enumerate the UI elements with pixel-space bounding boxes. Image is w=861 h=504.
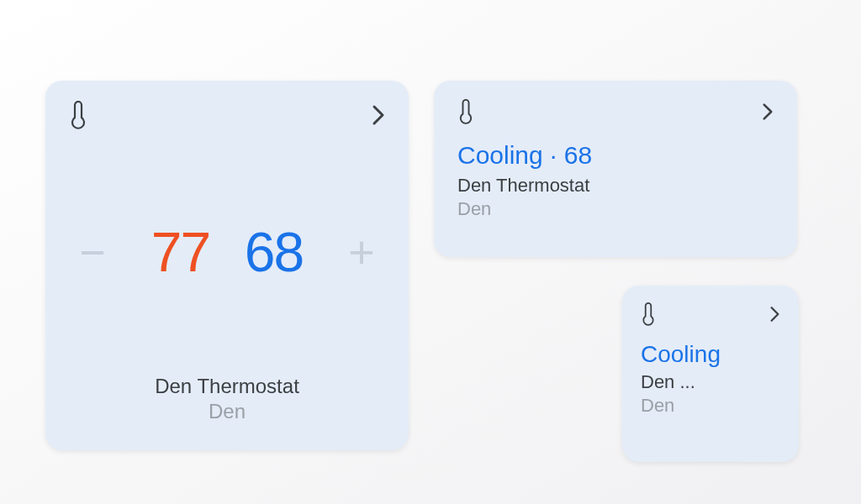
room-name: Den xyxy=(457,198,774,220)
thermostat-card-medium[interactable]: Cooling · 68 Den Thermostat Den xyxy=(434,81,797,257)
thermostat-card-small[interactable]: Cooling Den ... Den xyxy=(622,286,799,462)
status-line: Cooling · 68 xyxy=(457,141,774,170)
thermostat-icon xyxy=(457,99,474,124)
thermostat-card-large[interactable]: − 77 68 + Den Thermostat Den xyxy=(45,81,409,450)
thermostat-icon xyxy=(69,101,87,129)
card-header xyxy=(457,99,774,124)
room-name: Den xyxy=(641,395,780,417)
chevron-right-icon[interactable] xyxy=(769,306,780,323)
device-name: Den Thermostat xyxy=(457,175,774,197)
device-name: Den Thermostat xyxy=(69,375,385,398)
card-header xyxy=(641,302,780,326)
room-name: Den xyxy=(69,400,385,423)
status-line: Cooling xyxy=(641,341,780,368)
chevron-right-icon[interactable] xyxy=(762,102,774,121)
chevron-right-icon[interactable] xyxy=(372,104,385,126)
heat-setpoint[interactable]: 77 xyxy=(151,220,209,284)
temperature-row: − 77 68 + xyxy=(69,129,385,375)
cool-setpoint[interactable]: 68 xyxy=(245,220,303,284)
card-header xyxy=(69,101,385,129)
plus-icon[interactable]: + xyxy=(338,229,385,275)
minus-icon[interactable]: − xyxy=(69,229,116,275)
card-footer: Den Thermostat Den xyxy=(69,375,385,430)
thermostat-icon xyxy=(641,302,656,326)
device-name: Den ... xyxy=(641,371,780,393)
